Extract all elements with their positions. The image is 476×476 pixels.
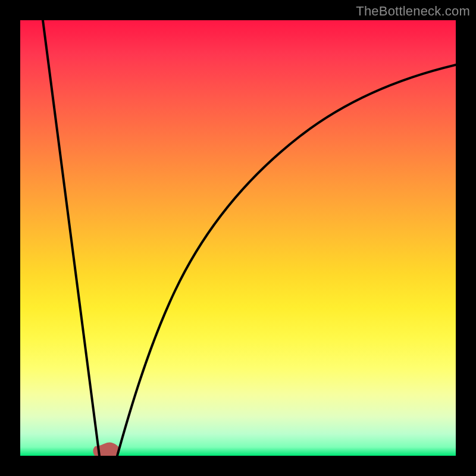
curve-ascending <box>117 65 456 456</box>
watermark-text: TheBottleneck.com <box>356 4 470 19</box>
chart-svg <box>20 20 456 456</box>
curve-descending <box>43 20 99 456</box>
chart-frame: TheBottleneck.com <box>0 0 476 476</box>
chart-plot-area <box>20 20 456 456</box>
